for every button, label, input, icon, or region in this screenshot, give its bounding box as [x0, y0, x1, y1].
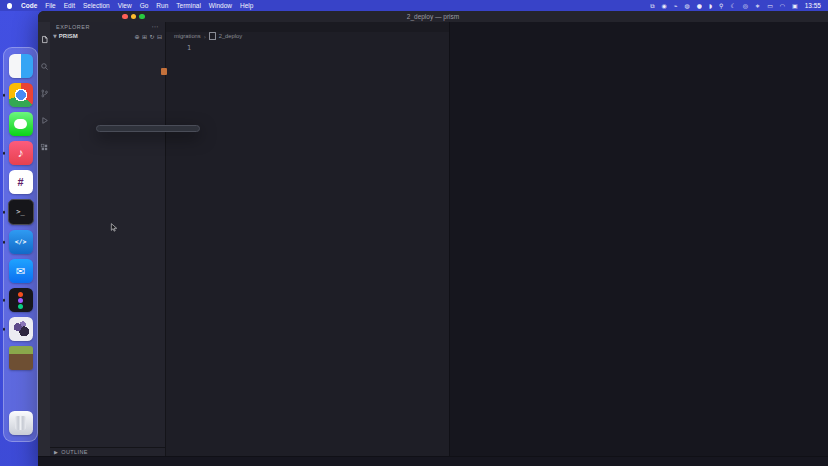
editor-tabs: [166, 22, 449, 32]
dock-item-minecraft[interactable]: [9, 346, 33, 370]
desktop: CodeFileEditSelectionViewGoRunTerminalWi…: [0, 0, 828, 466]
editor-group: migrations › 2_deploy 1: [166, 22, 449, 456]
menu-help[interactable]: Help: [240, 2, 253, 9]
menubar-status-icons: ⧉◉⌁◍●◗⚲☾◎∗▭◠▣13:55: [650, 2, 821, 10]
run-debug-icon[interactable]: [38, 107, 50, 134]
source-control-icon[interactable]: [38, 80, 50, 107]
dock-item-finder[interactable]: [9, 54, 33, 78]
dock-item-terminal[interactable]: >_: [8, 199, 34, 225]
stats-icon[interactable]: ⌁: [674, 2, 678, 9]
breadcrumb-separator-icon: ›: [204, 33, 206, 40]
menubar-clock[interactable]: 13:55: [805, 2, 821, 9]
terminal-view[interactable]: [450, 34, 828, 456]
browser-icon[interactable]: ◉: [662, 2, 667, 9]
dock-item-figma[interactable]: [9, 288, 33, 312]
context-menu: [96, 125, 200, 132]
camera-icon[interactable]: ◍: [684, 2, 689, 9]
extensions-icon[interactable]: [38, 134, 50, 161]
search-icon[interactable]: [38, 53, 50, 80]
file-icon: [209, 32, 216, 40]
menu-selection[interactable]: Selection: [83, 2, 110, 9]
dock-item-mail[interactable]: ✉: [9, 259, 33, 283]
screen-mirror-icon[interactable]: ⧉: [650, 2, 654, 10]
breadcrumb-folder[interactable]: migrations: [174, 33, 201, 39]
menu-code[interactable]: Code: [21, 2, 37, 9]
menu-edit[interactable]: Edit: [64, 2, 75, 9]
menu-file[interactable]: File: [45, 2, 55, 9]
siri-icon[interactable]: ◎: [743, 2, 748, 9]
new-file-icon[interactable]: ⊕: [134, 33, 139, 40]
chevron-right-icon: ▶: [54, 449, 58, 455]
outline-title: OUTLINE: [61, 449, 88, 455]
line-number: 1: [187, 44, 191, 52]
macos-menubar: CodeFileEditSelectionViewGoRunTerminalWi…: [0, 0, 828, 11]
refresh-explorer-icon[interactable]: ↻: [149, 33, 154, 40]
messages-icon[interactable]: ◗: [709, 2, 712, 9]
breadcrumb[interactable]: migrations › 2_deploy: [166, 32, 449, 40]
terminal-panel: [449, 22, 828, 456]
mouse-cursor: [110, 223, 118, 233]
explorer-icon[interactable]: [38, 26, 50, 53]
dock-item-chrome[interactable]: [9, 83, 33, 107]
battery-icon[interactable]: ▭: [767, 2, 773, 9]
window-titlebar[interactable]: 2_deploy — prism: [38, 11, 828, 22]
menu-window[interactable]: Window: [209, 2, 232, 9]
focus-moon-icon[interactable]: ☾: [730, 2, 735, 9]
modified-marker: [161, 68, 167, 75]
dock-item-messages[interactable]: [9, 112, 33, 136]
apple-menu-icon[interactable]: [7, 3, 12, 9]
activity-bar: [38, 22, 50, 456]
menu-run[interactable]: Run: [156, 2, 168, 9]
explorer-sidebar: EXPLORER ⋯ ▼ PRISM ⊕ ⊞ ↻ ⊟ ▶ OUTLIN: [50, 22, 166, 456]
wifi-icon[interactable]: ◠: [780, 2, 785, 9]
dock-item-vs-code[interactable]: </>: [9, 230, 33, 254]
window-title: 2_deploy — prism: [38, 13, 828, 20]
menu-terminal[interactable]: Terminal: [176, 2, 201, 9]
project-name: PRISM: [59, 33, 78, 39]
dock-item-photos[interactable]: [9, 317, 33, 341]
menu-go[interactable]: Go: [140, 2, 149, 9]
vscode-window: 2_deploy — prism EXPLORER ⋯ ▼ PRISM ⊕ ⊞ …: [38, 11, 828, 466]
dock-item-music[interactable]: ♪: [9, 141, 33, 165]
breadcrumb-file[interactable]: 2_deploy: [219, 33, 243, 39]
views-more-actions-icon[interactable]: ⋯: [152, 23, 160, 31]
outline-section-header[interactable]: ▶ OUTLINE: [50, 447, 165, 456]
shortcuts-icon[interactable]: ∗: [755, 2, 760, 9]
dock-item-trash[interactable]: [9, 411, 33, 435]
collapse-folders-icon[interactable]: ⊟: [157, 33, 162, 40]
status-bar: [38, 456, 828, 466]
dock-item-slack[interactable]: #: [9, 170, 33, 194]
menubar-items: CodeFileEditSelectionViewGoRunTerminalWi…: [21, 2, 253, 9]
control-center-icon[interactable]: ▣: [792, 2, 798, 9]
spotlight-icon[interactable]: ⚲: [719, 2, 723, 9]
editor-pane[interactable]: 1: [166, 40, 449, 456]
chevron-down-icon: ▼: [53, 33, 57, 39]
project-section-header[interactable]: ▼ PRISM ⊕ ⊞ ↻ ⊟: [50, 32, 165, 40]
dock: ♪#>_</>✉: [3, 47, 38, 442]
file-tree: [50, 40, 165, 447]
explorer-title: EXPLORER: [56, 24, 90, 30]
menu-view[interactable]: View: [118, 2, 132, 9]
panel-header: [450, 22, 828, 34]
record-icon[interactable]: ●: [697, 2, 702, 9]
new-folder-icon[interactable]: ⊞: [142, 33, 147, 40]
